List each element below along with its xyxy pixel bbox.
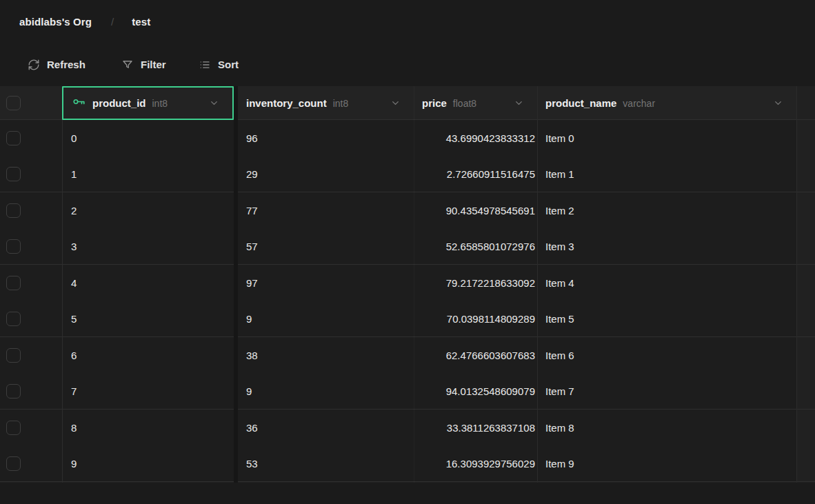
table-row: 7 9 94.0132548609079 Item 7 [0, 374, 815, 410]
row-checkbox[interactable] [6, 239, 21, 254]
cell-product-name[interactable]: Item 3 [537, 229, 796, 265]
column-header-price[interactable]: price float8 [414, 86, 537, 120]
cell-product-id[interactable]: 9 [62, 446, 234, 483]
cell-price[interactable]: 79.2172218633092 [414, 265, 537, 301]
cell-inventory-count[interactable]: 38 [238, 337, 414, 374]
grid-header-row: product_id int8 inventory_count int8 pri… [0, 86, 815, 120]
table-row: 9 53 16.3093929756029 Item 9 [0, 446, 815, 483]
chevron-down-icon[interactable] [209, 98, 219, 108]
cell-product-id[interactable]: 8 [62, 410, 234, 446]
breadcrumb-table[interactable]: test [132, 16, 150, 28]
cell-price[interactable]: 52.6585801072976 [414, 229, 537, 265]
refresh-label: Refresh [47, 59, 85, 70]
cell-inventory-count[interactable]: 97 [238, 265, 414, 301]
row-checkbox[interactable] [6, 203, 21, 218]
cell-product-name[interactable]: Item 5 [537, 301, 796, 338]
cell-inventory-count[interactable]: 96 [238, 120, 414, 157]
cell-price[interactable]: 70.0398114809289 [414, 301, 537, 338]
chevron-down-icon[interactable] [514, 98, 524, 108]
cell-product-name[interactable]: Item 1 [537, 157, 796, 193]
cell-price[interactable]: 2.72660911516475 [414, 157, 537, 193]
row-checkbox[interactable] [6, 421, 21, 435]
table-row: 8 36 33.3811263837108 Item 8 [0, 410, 815, 446]
row-select-cell [0, 374, 62, 410]
grid-vline [414, 86, 414, 483]
cell-inventory-count[interactable]: 9 [238, 374, 414, 410]
grid-vline [796, 86, 797, 483]
select-all-checkbox[interactable] [6, 96, 21, 110]
column-header-product-id[interactable]: product_id int8 [62, 86, 234, 120]
filter-funnel-icon [121, 59, 134, 71]
row-checkbox[interactable] [6, 276, 21, 290]
column-header-inventory-count[interactable]: inventory_count int8 [238, 86, 414, 120]
chevron-down-icon[interactable] [390, 98, 401, 108]
row-select-cell [0, 446, 62, 483]
cell-product-id[interactable]: 3 [62, 229, 234, 265]
cell-product-id[interactable]: 5 [62, 301, 234, 338]
filter-button[interactable]: Filter [121, 43, 166, 86]
row-select-cell [0, 157, 62, 193]
column-name: inventory_count [246, 97, 327, 109]
row-checkbox[interactable] [6, 131, 21, 145]
row-checkbox[interactable] [6, 167, 21, 181]
column-header-product-name[interactable]: product_name varchar [537, 86, 796, 120]
cell-price[interactable]: 16.3093929756029 [414, 446, 537, 483]
cell-product-name[interactable]: Item 8 [537, 410, 796, 446]
cell-product-name[interactable]: Item 9 [537, 446, 796, 483]
cell-inventory-count[interactable]: 53 [238, 446, 414, 483]
row-select-cell [0, 337, 62, 374]
sort-button[interactable]: Sort [199, 43, 239, 86]
refresh-button[interactable]: Refresh [28, 43, 85, 86]
cell-product-id[interactable]: 6 [62, 337, 234, 374]
key-icon [72, 94, 86, 112]
table-row: 1 29 2.72660911516475 Item 1 [0, 157, 815, 193]
table-row: 0 96 43.6990423833312 Item 0 [0, 120, 815, 157]
grid-vline [62, 86, 63, 483]
cell-product-name[interactable]: Item 2 [537, 192, 796, 229]
select-all-cell[interactable] [0, 86, 62, 120]
cell-product-id[interactable]: 2 [62, 192, 234, 229]
grid-vline [537, 86, 538, 483]
row-checkbox[interactable] [6, 384, 21, 399]
row-select-cell [0, 229, 62, 265]
row-checkbox[interactable] [6, 312, 21, 326]
cell-product-id[interactable]: 7 [62, 374, 234, 410]
cell-inventory-count[interactable]: 57 [238, 229, 414, 265]
table-row: 4 97 79.2172218633092 Item 4 [0, 265, 815, 301]
table-editor-window: abidlabs's Org / test Refresh Filter [0, 0, 815, 504]
cell-price[interactable]: 43.6990423833312 [414, 120, 537, 157]
cell-inventory-count[interactable]: 29 [238, 157, 414, 193]
row-select-cell [0, 120, 62, 157]
sort-list-icon [199, 59, 211, 71]
cell-product-name[interactable]: Item 7 [537, 374, 796, 410]
cell-price[interactable]: 33.3811263837108 [414, 410, 537, 446]
table-row: 2 77 90.4354978545691 Item 2 [0, 192, 815, 229]
breadcrumb: abidlabs's Org / test [0, 0, 815, 43]
footer-bar [0, 483, 815, 504]
table-row: 6 38 62.4766603607683 Item 6 [0, 337, 815, 374]
cell-product-id[interactable]: 1 [62, 157, 234, 193]
breadcrumb-separator: / [111, 16, 114, 28]
cell-price[interactable]: 94.0132548609079 [414, 374, 537, 410]
cell-inventory-count[interactable]: 77 [238, 192, 414, 229]
cell-inventory-count[interactable]: 9 [238, 301, 414, 338]
cell-product-id[interactable]: 0 [62, 120, 234, 157]
cell-price[interactable]: 90.4354978545691 [414, 192, 537, 229]
cell-price[interactable]: 62.4766603607683 [414, 337, 537, 374]
cell-product-name[interactable]: Item 0 [537, 120, 796, 157]
chevron-down-icon[interactable] [773, 98, 783, 108]
table-row: 5 9 70.0398114809289 Item 5 [0, 301, 815, 338]
cell-inventory-count[interactable]: 36 [238, 410, 414, 446]
column-type: int8 [333, 98, 349, 109]
table-row: 3 57 52.6585801072976 Item 3 [0, 229, 815, 265]
column-type: float8 [453, 98, 476, 109]
cell-product-name[interactable]: Item 4 [537, 265, 796, 301]
refresh-icon [28, 59, 40, 71]
breadcrumb-org[interactable]: abidlabs's Org [19, 16, 92, 28]
cell-product-id[interactable]: 4 [62, 265, 234, 301]
row-checkbox[interactable] [6, 348, 21, 363]
column-name: product_id [92, 97, 146, 109]
cell-product-name[interactable]: Item 6 [537, 337, 796, 374]
row-checkbox[interactable] [6, 456, 21, 471]
column-divider-band [234, 86, 238, 483]
